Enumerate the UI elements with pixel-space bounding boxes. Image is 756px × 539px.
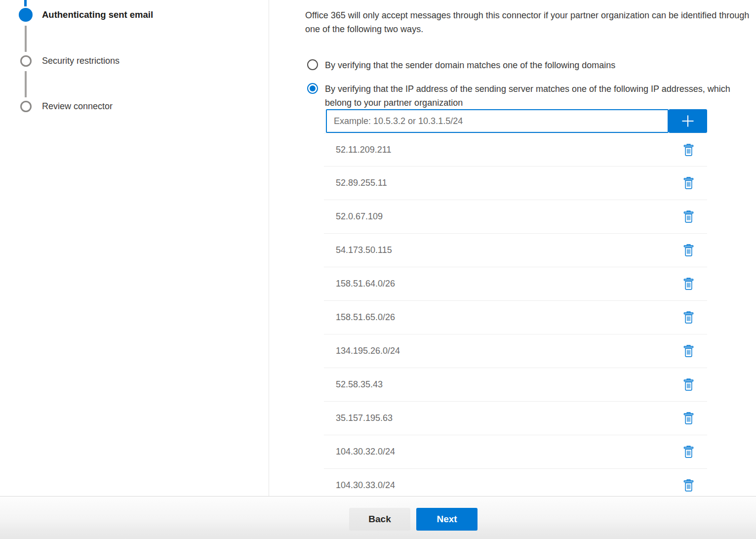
ip-list-item: 54.173.50.115 <box>324 234 707 267</box>
add-ip-button[interactable] <box>669 109 707 133</box>
stepper-connector <box>25 26 27 52</box>
ip-address-label: 52.89.255.11 <box>336 178 387 188</box>
ip-address-label: 158.51.64.0/26 <box>336 279 395 289</box>
ip-address-label: 54.173.50.115 <box>336 245 392 255</box>
delete-ip-button[interactable] <box>678 375 698 395</box>
ip-list-item: 134.195.26.0/24 <box>324 334 707 368</box>
trash-icon <box>683 412 694 424</box>
ip-list-item: 52.89.255.11 <box>324 166 707 200</box>
ip-list-item: 104.30.33.0/24 <box>324 469 707 496</box>
delete-ip-button[interactable] <box>678 442 698 462</box>
ip-address-label: 35.157.195.63 <box>336 413 393 423</box>
stepper-connector <box>25 71 27 97</box>
trash-icon <box>683 378 694 391</box>
option-label: By verifying that the sender domain matc… <box>325 58 700 72</box>
ip-list-item: 52.58.35.43 <box>324 368 707 402</box>
ip-address-input[interactable] <box>326 109 669 133</box>
intro-text: Office 365 will only accept messages thr… <box>305 8 752 36</box>
ip-address-list: 52.11.209.211 52.89.255.11 <box>324 133 707 496</box>
delete-ip-button[interactable] <box>678 476 698 496</box>
trash-icon <box>683 278 694 290</box>
ip-address-label: 52.11.209.211 <box>336 145 391 155</box>
radio-button[interactable] <box>307 59 318 70</box>
ip-list-item: 35.157.195.63 <box>324 402 707 435</box>
delete-ip-button[interactable] <box>678 308 698 328</box>
trash-icon <box>683 244 694 256</box>
ip-address-label: 104.30.32.0/24 <box>336 447 395 457</box>
ip-list-item: 104.30.32.0/24 <box>324 435 707 469</box>
next-button[interactable]: Next <box>416 508 477 531</box>
wizard-step[interactable]: Security restrictions <box>19 55 119 67</box>
ip-list-item: 158.51.64.0/26 <box>324 267 707 301</box>
ip-list-item: 52.0.67.109 <box>324 200 707 234</box>
trash-icon <box>683 345 694 357</box>
wizard-footer: Back Next <box>0 496 756 539</box>
option-ip-address[interactable]: By verifying that the IP address of the … <box>307 82 736 110</box>
ip-address-label: 52.0.67.109 <box>336 211 383 222</box>
radio-button[interactable] <box>307 83 318 94</box>
back-button[interactable]: Back <box>349 508 410 531</box>
ip-list-item: 158.51.65.0/26 <box>324 301 707 334</box>
delete-ip-button[interactable] <box>678 341 698 361</box>
step-circle-icon <box>19 8 33 22</box>
trash-icon <box>683 446 694 458</box>
stepper-line-top <box>24 0 27 6</box>
ip-address-label: 52.58.35.43 <box>336 379 383 390</box>
wizard-step[interactable]: Authenticating sent email <box>19 8 153 22</box>
connector-wizard: Authenticating sent email Security restr… <box>0 0 756 539</box>
option-label: By verifying that the IP address of the … <box>325 82 736 110</box>
delete-ip-button[interactable] <box>678 241 698 260</box>
trash-icon <box>683 311 694 324</box>
delete-ip-button[interactable] <box>678 274 698 294</box>
ip-address-label: 158.51.65.0/26 <box>336 312 395 323</box>
trash-icon <box>683 177 694 189</box>
ip-address-label: 104.30.33.0/24 <box>336 480 395 491</box>
wizard-step[interactable]: Review connector <box>19 101 113 112</box>
wizard-steps-sidebar: Authenticating sent email Security restr… <box>0 0 269 496</box>
step-circle-icon <box>20 101 32 112</box>
ip-address-label: 134.195.26.0/24 <box>336 346 400 356</box>
trash-icon <box>683 479 694 492</box>
delete-ip-button[interactable] <box>678 409 698 428</box>
step-label: Authenticating sent email <box>42 9 153 20</box>
delete-ip-button[interactable] <box>678 140 698 160</box>
plus-icon <box>680 113 696 129</box>
step-label: Review connector <box>42 101 113 112</box>
step-circle-icon <box>20 55 32 67</box>
ip-list-item: 52.11.209.211 <box>324 133 707 166</box>
delete-ip-button[interactable] <box>678 207 698 227</box>
delete-ip-button[interactable] <box>678 173 698 193</box>
step-label: Security restrictions <box>42 56 119 66</box>
option-sender-domain[interactable]: By verifying that the sender domain matc… <box>307 58 700 72</box>
trash-icon <box>683 210 694 223</box>
trash-icon <box>683 144 694 156</box>
